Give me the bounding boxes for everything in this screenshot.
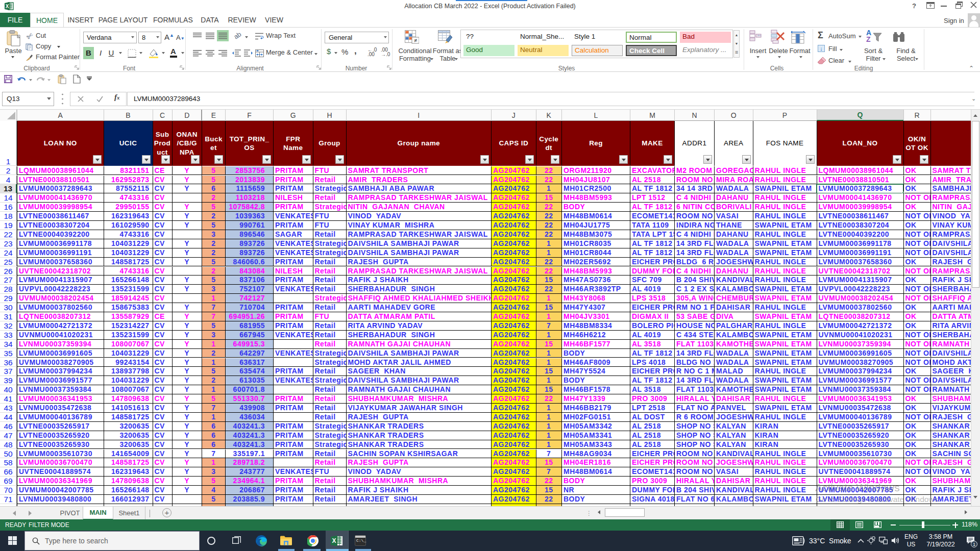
svg-text:X: X bbox=[332, 537, 336, 544]
svg-text:≠: ≠ bbox=[414, 37, 417, 43]
